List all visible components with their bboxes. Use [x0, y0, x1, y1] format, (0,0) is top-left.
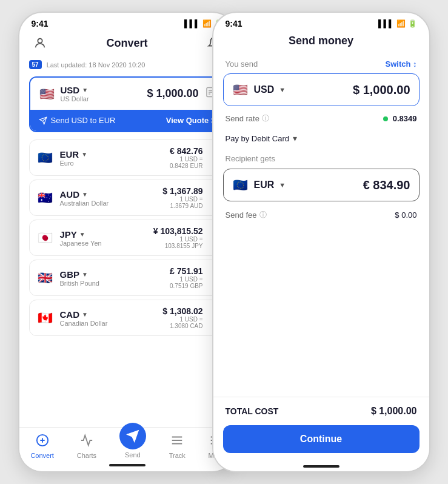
profile-icon[interactable] [32, 35, 48, 52]
nav-convert-label: Convert [30, 452, 54, 459]
total-section: TOTAL COST $ 1,000.00 Continue [213, 397, 429, 471]
recipient-currency-code: EUR [254, 180, 275, 190]
switch-button[interactable]: Switch ↕ [385, 59, 416, 69]
pay-method-selector[interactable]: Pay by Debit Card ▾ [213, 129, 429, 150]
home-indicator [109, 462, 145, 466]
list-item[interactable]: 🇪🇺 EUR ▼ Euro € 842.76 1 USD =0.8428 EUR [29, 139, 226, 176]
send-label: Send USD to EUR [39, 116, 116, 125]
left-phone: 9:41 ▌▌▌ 📶 🔋 Convert 57 [18, 12, 236, 472]
nav-track[interactable]: Track [169, 434, 186, 459]
eur-flag: 🇪🇺 [37, 149, 54, 166]
rwifi-icon: 📶 [396, 19, 406, 28]
jpy-flag: 🇯🇵 [37, 229, 54, 246]
rate-info-icon: ⓘ [262, 113, 269, 124]
right-status-bar: 9:41 ▌▌▌ 📶 🔋 [213, 13, 429, 32]
recipient-gets-label: Recipient gets [213, 150, 429, 166]
phones-container: 9:41 ▌▌▌ 📶 🔋 Convert 57 [18, 12, 430, 472]
usd-flag: 🇺🇸 [39, 86, 56, 103]
send-rate-value: 0.8349 [383, 114, 416, 123]
aud-flag: 🇦🇺 [37, 189, 54, 206]
gbp-flag: 🇬🇧 [37, 269, 54, 286]
right-time: 9:41 [226, 19, 242, 29]
charts-icon [80, 434, 93, 450]
recipient-amount: € 834.90 [363, 178, 410, 192]
send-rate-row: Send rate ⓘ 0.8349 [213, 109, 429, 129]
right-header: Send money [213, 32, 429, 53]
pay-method-label: Pay by Debit Card [226, 134, 290, 143]
you-send-header: You send Switch ↕ [213, 53, 429, 71]
left-status-bar: 9:41 ▌▌▌ 📶 🔋 [19, 13, 235, 32]
converter-card[interactable]: 🇺🇸 USD ▼ US Dollar $ 1,000.00 [29, 76, 226, 132]
rbattery-icon: 🔋 [408, 19, 417, 28]
base-currency-name: US Dollar [61, 95, 89, 103]
you-send-row: 🇺🇸 USD ▼ $ 1,000.00 [224, 74, 419, 106]
list-item[interactable]: 🇯🇵 JPY ▼ Japanese Yen ¥ 103,815.52 1 USD… [29, 220, 226, 256]
nav-convert[interactable]: Convert [30, 434, 54, 459]
right-phone: 9:41 ▌▌▌ 📶 🔋 Send money You send Switch … [212, 12, 430, 472]
recipient-row: 🇪🇺 EUR ▼ € 834.90 [224, 169, 419, 201]
nav-send[interactable]: Send [119, 435, 146, 459]
left-header: Convert [19, 32, 235, 58]
left-header-title: Convert [106, 37, 147, 50]
cad-flag: 🇨🇦 [37, 309, 54, 326]
base-amount: $ 1,000.00 [147, 87, 198, 100]
total-value: $ 1,000.00 [371, 406, 417, 417]
send-rate-label: Send rate ⓘ [226, 113, 269, 124]
nav-track-label: Track [169, 452, 186, 459]
continue-button[interactable]: Continue [223, 425, 420, 453]
you-send-label: You send [226, 59, 258, 69]
send-fee-label: Send fee ⓘ [226, 210, 267, 220]
view-quote-button[interactable]: View Quote > [166, 116, 216, 125]
update-badge: 57 [29, 60, 42, 69]
wifi-icon: 📶 [202, 19, 212, 28]
left-time: 9:41 [32, 19, 48, 29]
nav-charts-label: Charts [77, 452, 96, 459]
last-updated: 57 Last updated: 18 Nov 2020 10:20 [19, 58, 235, 74]
list-item[interactable]: 🇦🇺 AUD ▼ Australian Dollar $ 1,367.89 1 … [29, 180, 226, 216]
nav-send-label: Send [125, 451, 141, 459]
total-label: TOTAL COST [226, 406, 279, 416]
send-currency-selector[interactable]: 🇺🇸 USD ▼ [232, 81, 286, 98]
list-item[interactable]: 🇬🇧 GBP ▼ British Pound £ 751.91 1 USD =0… [29, 260, 226, 296]
right-status-icons: ▌▌▌ 📶 🔋 [378, 19, 417, 28]
recipient-label: Recipient gets [226, 154, 275, 163]
recipient-currency-selector[interactable]: 🇪🇺 EUR ▼ [232, 176, 286, 193]
base-currency-code: USD [61, 85, 80, 95]
fee-info-icon: ⓘ [259, 210, 267, 220]
fee-row: Send fee ⓘ $ 0.00 [213, 204, 429, 226]
send-fee-value: $ 0.00 [395, 210, 416, 220]
send-currency-arrow: ▼ [279, 86, 286, 93]
signal-icon: ▌▌▌ [184, 19, 200, 28]
svg-point-0 [38, 39, 42, 43]
base-currency: 🇺🇸 USD ▼ US Dollar [39, 85, 89, 103]
nav-charts[interactable]: Charts [77, 434, 96, 459]
svg-marker-11 [127, 430, 138, 441]
right-home-indicator [213, 465, 429, 471]
send-usd-flag: 🇺🇸 [232, 81, 249, 98]
you-send-card: 🇺🇸 USD ▼ $ 1,000.00 [223, 73, 420, 106]
converter-top: 🇺🇸 USD ▼ US Dollar $ 1,000.00 [30, 78, 224, 110]
currency-list: 🇪🇺 EUR ▼ Euro € 842.76 1 USD =0.8428 EUR [19, 135, 235, 341]
green-dot [383, 116, 388, 121]
pay-method-arrow: ▾ [293, 133, 297, 143]
convert-icon [36, 434, 49, 450]
send-icon [119, 423, 146, 449]
send-amount[interactable]: $ 1,000.00 [353, 83, 410, 97]
send-currency-code: USD [254, 84, 275, 95]
recipient-eur-flag: 🇪🇺 [232, 176, 249, 193]
track-icon [170, 434, 184, 450]
rsignal-icon: ▌▌▌ [378, 19, 394, 28]
right-header-title: Send money [289, 35, 353, 47]
update-text: Last updated: 18 Nov 2020 10:20 [47, 61, 145, 69]
list-item[interactable]: 🇨🇦 CAD ▼ Canadian Dollar $ 1,308.02 1 US… [29, 300, 226, 336]
base-currency-arrow: ▼ [82, 87, 88, 93]
converter-bottom[interactable]: Send USD to EUR View Quote > [30, 110, 224, 131]
total-row: TOTAL COST $ 1,000.00 [213, 397, 429, 422]
recipient-currency-arrow: ▼ [279, 181, 286, 189]
recipient-card: 🇪🇺 EUR ▼ € 834.90 [223, 169, 420, 201]
